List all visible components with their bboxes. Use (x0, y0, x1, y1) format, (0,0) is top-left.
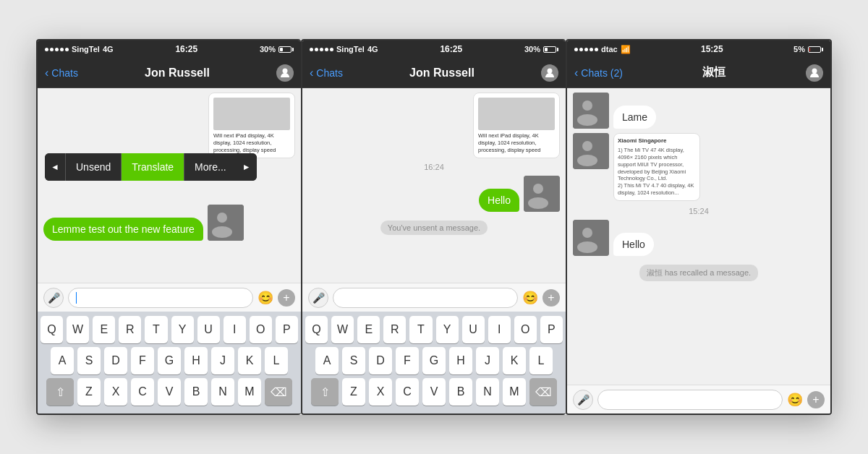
hello-bubble: Hello (479, 189, 519, 212)
key-q[interactable]: Q (41, 316, 63, 343)
nav-bar-2: ‹ Chats Jon Russell (302, 58, 566, 88)
key-x[interactable]: X (104, 378, 127, 406)
key-f[interactable]: F (131, 347, 154, 374)
emoji-button-1[interactable]: 😊 (258, 290, 273, 306)
key-a[interactable]: A (51, 347, 74, 374)
chevron-icon-2: ‹ (310, 67, 313, 80)
key-e[interactable]: E (93, 316, 115, 343)
ctx-right-arrow[interactable]: ► (237, 153, 257, 181)
key-g[interactable]: G (158, 347, 181, 374)
key-b[interactable]: B (184, 378, 208, 406)
key-s[interactable]: S (77, 347, 101, 374)
key2-j[interactable]: J (476, 347, 499, 374)
svg-point-13 (582, 141, 592, 151)
key-p[interactable]: P (276, 316, 298, 343)
text-input-1[interactable] (68, 288, 253, 308)
key2-c[interactable]: C (396, 378, 419, 406)
key2-h[interactable]: H (449, 347, 472, 374)
key2-p[interactable]: P (540, 316, 563, 343)
key2-t[interactable]: T (409, 316, 432, 343)
svg-point-11 (577, 114, 597, 126)
key2-b[interactable]: B (449, 378, 472, 406)
key-shift[interactable]: ⇧ (46, 378, 74, 406)
back-button-3[interactable]: ‹ Chats (2) (574, 67, 623, 80)
key2-i[interactable]: I (488, 316, 511, 343)
key2-n[interactable]: N (476, 378, 499, 406)
key-h[interactable]: H (184, 347, 208, 374)
key2-f[interactable]: F (396, 347, 419, 374)
key2-e[interactable]: E (357, 316, 380, 343)
voice-button-1[interactable]: 🎤 (43, 288, 64, 308)
key-y[interactable]: Y (171, 316, 194, 343)
key2-a[interactable]: A (315, 347, 339, 374)
key-c[interactable]: C (131, 378, 154, 406)
key2-q[interactable]: Q (305, 316, 328, 343)
voice-button-2[interactable]: 🎤 (308, 288, 328, 308)
time-2: 16:25 (440, 44, 462, 54)
key-v[interactable]: V (158, 378, 181, 406)
key2-z[interactable]: Z (342, 378, 365, 406)
svg-point-6 (533, 184, 543, 194)
text-input-3[interactable] (597, 390, 783, 410)
article-message-row: Will next iPad display, 4K display, 1024… (43, 93, 295, 158)
key-d[interactable]: D (104, 347, 127, 374)
add-button-3[interactable]: + (807, 391, 825, 408)
back-button-2[interactable]: ‹ Chats (310, 67, 343, 80)
key2-d[interactable]: D (369, 347, 392, 374)
key2-s[interactable]: S (342, 347, 365, 374)
key2-y[interactable]: Y (436, 316, 459, 343)
key2-u[interactable]: U (462, 316, 485, 343)
status-bar-2: SingTel 4G 16:25 30% (302, 40, 566, 58)
key2-g[interactable]: G (422, 347, 446, 374)
chat-area-2: Will next iPad display, 4K display, 1024… (302, 88, 566, 283)
chat-area-3: Lame Xiaomi Singapore 1) The Mi TV 47 4K… (567, 88, 830, 385)
avatar-2 (541, 64, 558, 82)
key-j[interactable]: J (211, 347, 234, 374)
key-m[interactable]: M (238, 378, 261, 406)
add-button-1[interactable]: + (278, 289, 295, 307)
key-z[interactable]: Z (77, 378, 101, 406)
ctx-translate[interactable]: Translate (121, 153, 184, 181)
key-delete[interactable]: ⌫ (265, 378, 292, 406)
signal-dots-2 (310, 48, 333, 51)
ctx-more[interactable]: More... (184, 153, 237, 181)
key2-l[interactable]: L (529, 347, 553, 374)
key-t[interactable]: T (145, 316, 167, 343)
key2-m[interactable]: M (503, 378, 526, 406)
status-left-2: SingTel 4G (310, 45, 378, 53)
status-right-1: 30% (260, 45, 294, 53)
key2-w[interactable]: W (331, 316, 354, 343)
svg-point-10 (582, 100, 592, 111)
context-menu-1: ◄ Unsend Translate More... ► (45, 153, 257, 181)
emoji-button-2[interactable]: 😊 (522, 290, 538, 306)
chat-area-1: Will next iPad display, 4K display, 1024… (38, 88, 301, 283)
key2-delete[interactable]: ⌫ (529, 378, 557, 406)
key-w[interactable]: W (67, 316, 89, 343)
screenshot-container: SingTel 4G 16:25 30% ‹ Chats Jon Russell (36, 39, 832, 415)
voice-button-3[interactable]: 🎤 (573, 390, 593, 410)
emoji-button-3[interactable]: 😊 (787, 392, 803, 408)
lame-bubble: Lame (613, 106, 656, 129)
key-r[interactable]: R (119, 316, 141, 343)
keyboard-1: Q W E R T Y U I O P A S D F G H J K L (38, 312, 301, 414)
add-button-2[interactable]: + (542, 289, 560, 307)
back-button-1[interactable]: ‹ Chats (45, 67, 78, 80)
svg-point-7 (528, 197, 548, 209)
key2-r[interactable]: R (383, 316, 406, 343)
key-i[interactable]: I (224, 316, 246, 343)
key2-shift[interactable]: ⇧ (311, 378, 339, 406)
text-input-2[interactable] (333, 288, 518, 308)
ctx-left-arrow[interactable]: ◄ (45, 153, 65, 181)
svg-point-0 (283, 68, 288, 73)
key2-k[interactable]: K (503, 347, 526, 374)
key-u[interactable]: U (197, 316, 220, 343)
ctx-unsend[interactable]: Unsend (65, 153, 121, 181)
key-k[interactable]: K (238, 347, 261, 374)
key-l[interactable]: L (265, 347, 288, 374)
key2-o[interactable]: O (514, 316, 537, 343)
key2-v[interactable]: V (422, 378, 446, 406)
key-o[interactable]: O (250, 316, 272, 343)
key-n[interactable]: N (211, 378, 234, 406)
key2-x[interactable]: X (369, 378, 392, 406)
keyboard-row-2-3: ⇧ Z X C V B N M ⌫ (305, 378, 563, 406)
